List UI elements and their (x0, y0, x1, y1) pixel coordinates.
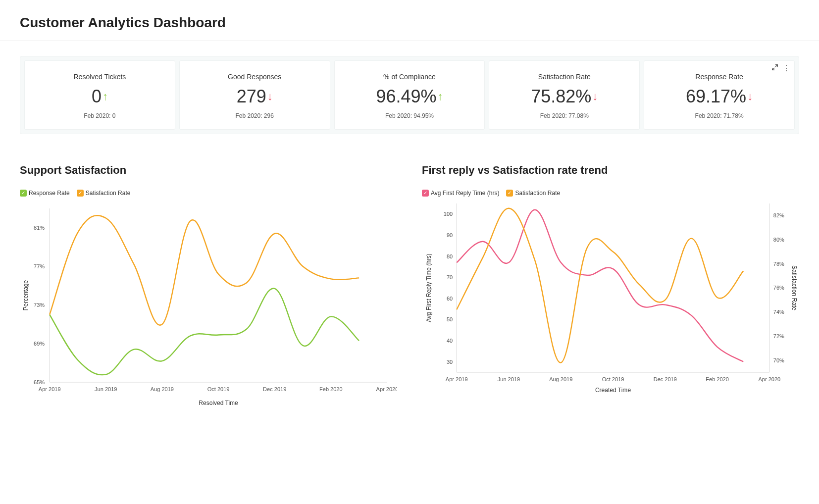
svg-text:72%: 72% (773, 333, 784, 339)
svg-text:Apr 2019: Apr 2019 (446, 376, 468, 382)
svg-text:65%: 65% (34, 379, 45, 385)
trend-down-icon: ↓ (267, 91, 273, 102)
kpi-label: % of Compliance (340, 73, 480, 81)
svg-text:Apr 2020: Apr 2020 (758, 376, 780, 382)
legend-item[interactable]: ✓ Satisfaction Rate (77, 190, 131, 197)
svg-text:73%: 73% (34, 302, 45, 308)
kpi-label: Response Rate (649, 73, 789, 81)
kpi-subtext: Feb 2020: 0 (30, 112, 170, 119)
kpi-label: Resolved Tickets (30, 73, 170, 81)
trend-up-icon: ↑ (438, 91, 443, 102)
kpi-subtext: Feb 2020: 296 (185, 112, 325, 119)
svg-text:Aug 2019: Aug 2019 (151, 386, 174, 392)
more-icon[interactable]: ⋮ (782, 64, 790, 72)
page-title: Customer Analytics Dashboard (0, 0, 819, 41)
checkbox-icon: ✓ (20, 190, 27, 197)
kpi-label: Satisfaction Rate (494, 73, 634, 81)
trend-up-icon: ↑ (102, 91, 108, 102)
svg-text:77%: 77% (34, 263, 45, 269)
chart-legend: ✓ Response Rate ✓ Satisfaction Rate (20, 190, 397, 197)
trend-down-icon: ↓ (592, 91, 598, 102)
kpi-card-resolved-tickets: Resolved Tickets 0 ↑ Feb 2020: 0 (24, 60, 175, 130)
kpi-card-good-responses: Good Responses 279 ↓ Feb 2020: 296 (179, 60, 330, 130)
chart-support-satisfaction: Support Satisfaction ✓ Response Rate ✓ S… (20, 164, 397, 414)
svg-text:100: 100 (444, 211, 453, 217)
kpi-value: 69.17% (686, 88, 746, 105)
svg-text:Satisfaction Rate: Satisfaction Rate (791, 265, 798, 310)
legend-item[interactable]: ✓ Avg First Reply Time (hrs) (422, 190, 499, 197)
svg-text:Apr 2020: Apr 2020 (376, 386, 397, 392)
svg-text:Feb 2020: Feb 2020 (706, 376, 729, 382)
chart-first-reply-vs-satisfaction: First reply vs Satisfaction rate trend ✓… (422, 164, 799, 414)
svg-text:74%: 74% (773, 309, 784, 315)
kpi-value: 0 (92, 88, 102, 105)
svg-text:81%: 81% (34, 225, 45, 231)
kpi-card-response-rate: ⋮ Response Rate 69.17% ↓ Feb 2020: 71.78… (644, 60, 795, 130)
kpi-subtext: Feb 2020: 77.08% (494, 112, 634, 119)
legend-item[interactable]: ✓ Satisfaction Rate (506, 190, 560, 197)
chart-canvas: 3040506070809010070%72%74%76%78%80%82%Ap… (422, 199, 799, 397)
svg-text:Oct 2019: Oct 2019 (207, 386, 230, 392)
chart-canvas: 65%69%73%77%81%Apr 2019Jun 2019Aug 2019O… (20, 199, 397, 412)
svg-text:60: 60 (447, 296, 453, 302)
kpi-value: 279 (237, 88, 266, 105)
chart-title: Support Satisfaction (20, 164, 397, 177)
checkbox-icon: ✓ (77, 190, 84, 197)
legend-label: Avg First Reply Time (hrs) (431, 190, 499, 197)
svg-text:Avg First Reply Time (hrs): Avg First Reply Time (hrs) (425, 253, 432, 322)
kpi-value: 75.82% (531, 88, 591, 105)
svg-text:30: 30 (447, 359, 453, 365)
legend-item[interactable]: ✓ Response Rate (20, 190, 70, 197)
svg-text:Dec 2019: Dec 2019 (654, 376, 677, 382)
kpi-label: Good Responses (185, 73, 325, 81)
legend-label: Response Rate (29, 190, 70, 197)
legend-label: Satisfaction Rate (86, 190, 131, 197)
svg-text:Jun 2019: Jun 2019 (498, 376, 520, 382)
svg-text:78%: 78% (773, 261, 784, 267)
svg-text:Feb 2020: Feb 2020 (319, 386, 343, 392)
svg-text:Apr 2019: Apr 2019 (39, 386, 61, 392)
svg-text:Aug 2019: Aug 2019 (549, 376, 572, 382)
chart-title: First reply vs Satisfaction rate trend (422, 164, 799, 177)
divider (0, 41, 819, 41)
svg-text:70%: 70% (773, 357, 784, 363)
svg-text:Created Time: Created Time (595, 387, 631, 394)
svg-text:Dec 2019: Dec 2019 (263, 386, 286, 392)
svg-text:Resolved Time: Resolved Time (199, 400, 238, 406)
svg-text:Percentage: Percentage (22, 280, 29, 310)
svg-text:69%: 69% (34, 341, 45, 347)
checkbox-icon: ✓ (422, 190, 429, 197)
checkbox-icon: ✓ (506, 190, 513, 197)
svg-text:90: 90 (447, 232, 453, 238)
svg-text:40: 40 (447, 338, 453, 344)
svg-text:76%: 76% (773, 285, 784, 291)
kpi-subtext: Feb 2020: 94.95% (340, 112, 480, 119)
svg-text:80%: 80% (773, 237, 784, 243)
svg-text:Oct 2019: Oct 2019 (602, 376, 624, 382)
kpi-panel: Resolved Tickets 0 ↑ Feb 2020: 0 Good Re… (20, 56, 799, 134)
legend-label: Satisfaction Rate (515, 190, 560, 197)
kpi-subtext: Feb 2020: 71.78% (649, 112, 789, 119)
svg-text:82%: 82% (773, 212, 784, 218)
expand-icon[interactable] (771, 64, 778, 73)
kpi-card-satisfaction-rate: Satisfaction Rate 75.82% ↓ Feb 2020: 77.… (489, 60, 640, 130)
svg-text:70: 70 (447, 274, 453, 280)
kpi-value: 96.49% (376, 88, 436, 105)
kpi-card-compliance: % of Compliance 96.49% ↑ Feb 2020: 94.95… (334, 60, 485, 130)
svg-text:50: 50 (447, 316, 453, 322)
trend-down-icon: ↓ (747, 91, 753, 102)
svg-text:80: 80 (447, 253, 453, 259)
svg-text:Jun 2019: Jun 2019 (95, 386, 117, 392)
chart-legend: ✓ Avg First Reply Time (hrs) ✓ Satisfact… (422, 190, 799, 197)
